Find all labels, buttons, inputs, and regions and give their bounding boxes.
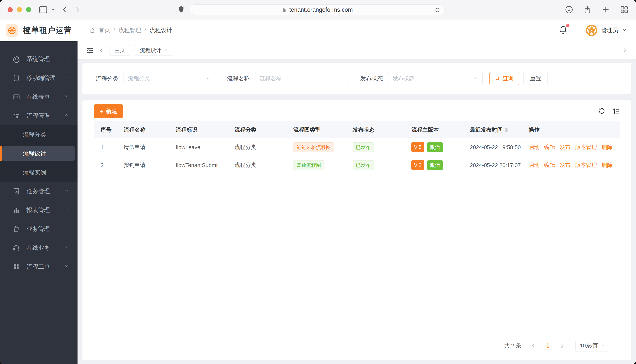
- browser-chrome: tenant.orangeforms.com: [0, 0, 636, 20]
- version-manage-link[interactable]: 版本管理: [575, 162, 597, 169]
- sidebar-chevron-icon[interactable]: [51, 8, 55, 12]
- privacy-shield-icon[interactable]: [178, 5, 184, 14]
- version-manage-link[interactable]: 版本管理: [575, 144, 597, 151]
- page-size-select[interactable]: 10条/页: [575, 340, 610, 352]
- user-menu-chevron-icon[interactable]: [622, 27, 627, 34]
- sidebar-item-mobile[interactable]: 移动端管理: [0, 68, 78, 88]
- sidebar-item-report[interactable]: 报表管理: [0, 201, 78, 220]
- query-button[interactable]: 查询: [490, 72, 519, 85]
- sidebar-item-label: 流程管理: [27, 112, 50, 120]
- forward-button[interactable]: [74, 6, 81, 14]
- sidebar-item-flow-category[interactable]: 流程分类: [0, 125, 78, 144]
- delete-link[interactable]: 删除: [602, 162, 612, 169]
- filter-name-input[interactable]: [259, 76, 343, 82]
- chevron-down-icon: [64, 94, 69, 100]
- mobile-icon: [13, 74, 20, 82]
- sortable-header[interactable]: 最近发布时间: [463, 122, 522, 138]
- filter-status-select[interactable]: 发布状态: [388, 72, 483, 85]
- refresh-icon[interactable]: [598, 108, 605, 115]
- bag-icon: [13, 226, 20, 232]
- sidebar-item-system[interactable]: 系统管理: [0, 50, 78, 68]
- sidebar-toggle-icon[interactable]: [39, 6, 48, 14]
- start-link[interactable]: 启动: [529, 162, 540, 169]
- tabs-scroll-left-icon[interactable]: [99, 47, 104, 54]
- user-name[interactable]: 管理员: [601, 26, 618, 34]
- filter-name-input-wrap: [255, 72, 348, 85]
- new-tab-icon[interactable]: [602, 6, 610, 14]
- tab-bar: 主页 流程设计 ×: [78, 41, 636, 60]
- breadcrumb: 首页 / 流程管理 / 流程设计: [89, 26, 172, 34]
- flow-management-submenu: 流程分类 流程设计 流程实例: [0, 125, 78, 182]
- sidebar-item-task[interactable]: 任务管理: [0, 182, 78, 201]
- create-button[interactable]: + 新建: [94, 104, 123, 118]
- notifications-button[interactable]: [558, 25, 568, 36]
- edit-link[interactable]: 编辑: [544, 144, 555, 151]
- sidebar-item-flow-ticket[interactable]: 流程工单: [0, 257, 78, 276]
- home-icon: [89, 28, 95, 34]
- sidebar-item-label: 在线业务: [27, 244, 50, 252]
- breadcrumb-separator: /: [113, 27, 115, 34]
- sidebar: 系统管理 移动端管理 在线表单 流程管理 流程分类: [0, 41, 78, 364]
- page-number[interactable]: 1: [546, 342, 549, 349]
- back-button[interactable]: [61, 6, 68, 14]
- sidebar-item-business[interactable]: 业务管理: [0, 220, 78, 238]
- orange-logo-icon: [8, 26, 16, 35]
- avatar[interactable]: [586, 24, 597, 36]
- close-tab-icon[interactable]: ×: [164, 48, 168, 53]
- sidebar-item-flow-management[interactable]: 流程管理: [0, 106, 78, 125]
- edit-link[interactable]: 编辑: [544, 162, 555, 169]
- breadcrumb-separator: /: [144, 27, 146, 34]
- sidebar-item-online-business[interactable]: 在线业务: [0, 238, 78, 257]
- gear-icon: [13, 56, 20, 63]
- breadcrumb-home[interactable]: 首页: [99, 26, 110, 34]
- active-badge: 激活: [427, 160, 443, 170]
- tab-home[interactable]: 主页: [109, 45, 130, 56]
- prev-page-icon[interactable]: [531, 342, 536, 349]
- sidebar-item-online-form[interactable]: 在线表单: [0, 88, 78, 106]
- reload-icon[interactable]: [435, 7, 441, 14]
- grid-icon: [13, 264, 20, 270]
- filter-category-select[interactable]: 流程分类: [123, 72, 215, 85]
- delete-link[interactable]: 删除: [602, 144, 612, 151]
- header-divider: [577, 24, 577, 36]
- close-window-button[interactable]: [8, 7, 13, 12]
- search-icon: [495, 76, 500, 81]
- url-text: tenant.orangeforms.com: [289, 6, 353, 13]
- diagram-type-tag: 钉钉风格流程图: [293, 142, 334, 152]
- collapse-sidebar-icon[interactable]: [86, 47, 94, 54]
- filter-status-label: 发布状态: [360, 75, 383, 82]
- next-page-icon[interactable]: [559, 342, 565, 349]
- chevron-down-icon: [473, 76, 478, 81]
- breadcrumb-section[interactable]: 流程管理: [118, 26, 141, 34]
- sort-carets-icon[interactable]: [505, 128, 508, 132]
- sidebar-item-flow-design[interactable]: 流程设计: [0, 144, 78, 163]
- cell-flow-key: flowLeave: [169, 138, 228, 156]
- start-link[interactable]: 启动: [529, 144, 540, 151]
- tab-overview-icon[interactable]: [620, 6, 628, 14]
- headset-icon: [13, 244, 20, 251]
- reset-button[interactable]: 重置: [524, 72, 548, 85]
- breadcrumb-current: 流程设计: [149, 26, 172, 34]
- chevron-down-icon: [64, 188, 69, 195]
- notification-badge: [566, 24, 569, 28]
- zoom-window-button[interactable]: [26, 7, 31, 12]
- tabs-scroll-right-icon[interactable]: [622, 47, 628, 54]
- publish-link[interactable]: 发布: [560, 144, 571, 151]
- publish-link[interactable]: 发布: [560, 162, 571, 169]
- column-settings-icon[interactable]: [612, 108, 620, 115]
- share-icon[interactable]: [583, 5, 591, 14]
- cell-flow-name: 报销申请: [117, 156, 169, 174]
- tab-flow-design[interactable]: 流程设计 ×: [135, 45, 173, 56]
- minimize-window-button[interactable]: [17, 7, 22, 12]
- filter-category-label: 流程分类: [96, 75, 118, 82]
- chevron-down-icon: [64, 56, 69, 62]
- sliders-icon: [13, 112, 20, 119]
- table-panel: + 新建 序号: [82, 100, 631, 360]
- status-badge: 已发布: [353, 142, 374, 152]
- chevron-down-icon: [205, 76, 210, 81]
- table-empty-area: [94, 174, 620, 331]
- sidebar-item-flow-instance[interactable]: 流程实例: [0, 163, 78, 182]
- plus-icon: +: [99, 108, 103, 114]
- address-bar[interactable]: tenant.orangeforms.com: [190, 4, 445, 15]
- downloads-icon[interactable]: [565, 6, 573, 14]
